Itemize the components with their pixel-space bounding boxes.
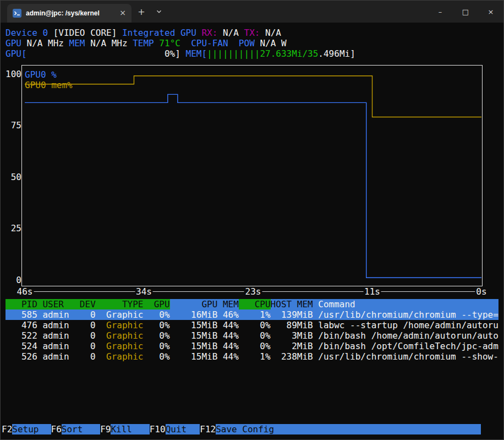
header-gpu-mem-label: GPU MEM	[201, 299, 238, 309]
pow-label: POW	[228, 38, 255, 48]
minimize-button[interactable]: –	[428, 1, 453, 23]
tab-title: admin@jpc: /sys/kernel	[26, 9, 113, 17]
fn-key-label: F6	[51, 424, 62, 434]
fn-quit-button[interactable]: F10Quit	[150, 424, 200, 434]
gauge-line: GPU[ 0%] MEM[||||||||||27.633Mi/35.496Mi…	[6, 48, 498, 59]
process-dev: 0	[80, 330, 96, 341]
legend-gpu-util: GPU0 %	[25, 69, 73, 80]
process-gpu: 0%	[143, 341, 169, 351]
fn-action-label: Quit	[166, 424, 200, 434]
process-user: admin	[37, 320, 80, 330]
process-gpu: 0%	[143, 309, 169, 320]
fn-save-config-button[interactable]: F12Save Config	[200, 424, 481, 434]
device-label: Device 0	[6, 28, 53, 38]
terminal-tab[interactable]: admin@jpc: /sys/kernel ×	[7, 4, 132, 23]
header-seg-right: HOST MEM Command	[271, 299, 498, 309]
process-command: labwc --startup /home/admin/autoru	[313, 320, 498, 330]
process-row[interactable]: 524 admin 0 Graphic 0% 15MiB 44% 0% 2MiB…	[6, 341, 498, 351]
clock-info-line: GPU N/A MHz MEM N/A MHz TEMP 71°C CPU-FA…	[6, 38, 498, 48]
process-dev: 0	[80, 320, 96, 330]
tab-close-icon[interactable]: ×	[117, 8, 128, 19]
tx-label: TX:	[244, 28, 266, 38]
process-dev: 0	[80, 351, 96, 362]
header-pid: PID	[6, 299, 37, 309]
process-host-mem: 139MiB	[271, 309, 313, 320]
process-cpu: 0%	[239, 320, 271, 330]
fn-kill-button[interactable]: F9Kill	[100, 424, 150, 434]
fn-action-label: Save Config	[216, 424, 481, 434]
tab-dropdown-button[interactable]	[151, 4, 167, 19]
maximize-button[interactable]: □	[453, 1, 478, 23]
fn-sort-button[interactable]: F6Sort	[51, 424, 101, 434]
process-command: /usr/lib/chromium/chromium --type=	[313, 309, 498, 320]
x-tick-label: 34s	[135, 286, 153, 297]
y-tick-label: 25	[11, 223, 21, 233]
process-gpu-mem: 15MiB	[170, 320, 218, 330]
function-key-bar: F2Setup F6Sort F9Kill F10Quit F12Save Co…	[2, 424, 498, 434]
process-type: Graphic	[96, 351, 144, 362]
process-gpu-mem: 15MiB	[170, 341, 218, 351]
chart-legend: GPU0 % GPU0 mem%	[25, 69, 73, 90]
temp-label: TEMP	[133, 38, 159, 48]
process-command: /bin/bash /home/admin/autorun/auto	[313, 330, 498, 341]
process-row[interactable]: 522 admin 0 Graphic 0% 15MiB 44% 0% 3MiB…	[6, 330, 498, 341]
gpu-gauge-label: GPU[	[6, 48, 27, 59]
header-gpu-mem: GPU MEM	[170, 299, 239, 309]
header-host-mem: HOST MEM	[271, 299, 313, 309]
process-row[interactable]: 526 admin 0 Graphic 0% 15MiB 44% 1% 238M…	[6, 351, 498, 362]
process-mem-pct: 44%	[217, 351, 239, 362]
process-gpu-mem: 15MiB	[170, 351, 218, 362]
rx-value: N/A	[223, 28, 244, 38]
titlebar[interactable]: admin@jpc: /sys/kernel × + – □ ×	[1, 1, 503, 23]
x-tick-label: 0s	[475, 286, 487, 297]
x-tick-label: 11s	[363, 286, 381, 297]
process-host-mem: 89MiB	[271, 320, 313, 330]
legend-gpu-mem: GPU0 mem%	[25, 80, 73, 90]
terminal-content: Device 0 [VIDEO CORE] Integrated GPU RX:…	[1, 23, 503, 439]
series-line-1	[25, 76, 481, 117]
fn-key-label: F10	[150, 424, 166, 434]
header-user: USER	[37, 299, 80, 309]
fn-key-label: F9	[100, 424, 111, 434]
process-mem-pct: 44%	[217, 320, 239, 330]
process-gpu-mem: 15MiB	[170, 330, 218, 341]
process-gpu-mem: 16MiB	[170, 309, 218, 320]
fan-label: CPU-FAN	[180, 38, 228, 48]
tx-value: N/A	[265, 28, 281, 38]
process-cpu: 0%	[239, 341, 271, 351]
y-tick-label: 50	[11, 172, 21, 182]
process-type: Graphic	[96, 330, 144, 341]
y-tick-label: 0	[16, 275, 21, 285]
process-type: Graphic	[96, 320, 144, 330]
new-tab-button[interactable]: +	[134, 4, 149, 19]
process-row[interactable]: 476 admin 0 Graphic 0% 15MiB 44% 0% 89Mi…	[6, 320, 498, 330]
header-cpu-label: CPU	[255, 299, 271, 309]
mem-gauge-rest: .496Mi]	[318, 48, 355, 59]
process-pid: 526	[6, 351, 37, 362]
mem-gauge-label: MEM[	[186, 48, 207, 59]
chart-canvas	[21, 65, 483, 286]
fn-setup-button[interactable]: F2Setup	[2, 424, 51, 434]
device-info-line: Device 0 [VIDEO CORE] Integrated GPU RX:…	[6, 28, 498, 38]
fn-key-label: F12	[200, 424, 216, 434]
process-command: /usr/lib/chromium/chromium --show-	[313, 351, 498, 362]
process-type: Graphic	[96, 341, 144, 351]
process-type: Graphic	[96, 309, 144, 320]
chart-y-axis: 1007550250	[6, 65, 21, 286]
header-gpu: GPU	[143, 299, 169, 309]
close-button[interactable]: ×	[478, 1, 503, 23]
fn-action-label: Setup	[12, 424, 51, 434]
gpu-clock-label: GPU	[6, 38, 27, 48]
x-tick-label: 23s	[244, 286, 262, 297]
process-table: PID USER DEV TYPE GPU GPU MEM CPU HOST M…	[6, 299, 498, 362]
terminal-window: admin@jpc: /sys/kernel × + – □ × Device …	[0, 0, 504, 440]
temp-value: 71°C	[159, 38, 180, 48]
process-dev: 0	[80, 341, 96, 351]
process-gpu: 0%	[143, 330, 169, 341]
process-user: admin	[37, 309, 80, 320]
process-host-mem: 238MiB	[271, 351, 313, 362]
gpu-gauge-fill	[27, 48, 165, 59]
series-line-0	[25, 94, 481, 278]
process-row[interactable]: 585 admin 0 Graphic 0% 16MiB 46% 1% 139M…	[6, 309, 498, 320]
chevron-down-icon	[156, 8, 162, 15]
